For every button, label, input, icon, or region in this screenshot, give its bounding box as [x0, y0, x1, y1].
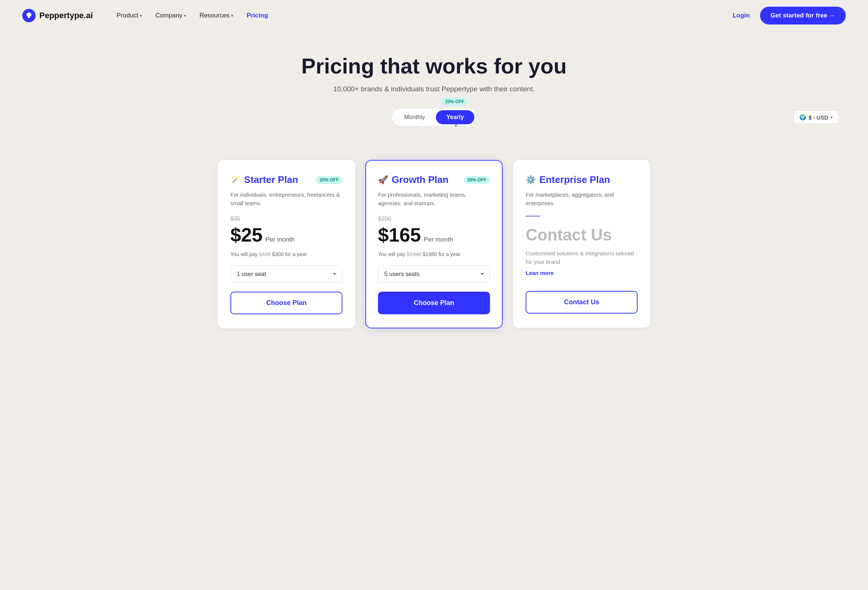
starter-description: For individuals, entrepreneurs, freelanc… — [230, 191, 342, 207]
get-started-button[interactable]: Get started for free → — [760, 7, 846, 25]
starter-original-price: $35 — [230, 216, 342, 222]
growth-original-price: $200 — [378, 216, 490, 222]
currency-label: $ - USD — [809, 114, 828, 121]
growth-choose-button[interactable]: Choose Plan — [378, 292, 490, 314]
hero-subtitle: 10,000+ brands & individuals trust Peppe… — [7, 85, 861, 93]
brand-logo[interactable]: Peppertype.ai — [22, 9, 93, 22]
growth-badge: 20% OFF — [464, 176, 490, 184]
starter-choose-button[interactable]: Choose Plan — [230, 292, 342, 314]
starter-icon: 🪄 — [230, 175, 241, 185]
card-header: 🚀 Growth Plan 20% OFF — [378, 174, 490, 186]
enterprise-plan-title: Enterprise Plan — [539, 174, 610, 186]
growth-plan-card: 🚀 Growth Plan 20% OFF For professionals,… — [365, 160, 503, 328]
enterprise-contact-button[interactable]: Contact Us — [526, 291, 638, 313]
growth-seat-selector[interactable]: 5 users seats 10 users seats 20 users se… — [378, 265, 490, 283]
starter-plan-title: Starter Plan — [244, 174, 298, 186]
starter-price: $25 — [230, 224, 263, 246]
card-title-wrap: 🪄 Starter Plan — [230, 174, 298, 186]
globe-icon: 🌍 — [799, 114, 806, 121]
growth-price: $165 — [378, 224, 421, 246]
nav-links: Product ▾ Company ▾ Resources ▾ Pricing — [111, 9, 728, 22]
logo-icon — [22, 9, 35, 22]
starter-yearly-note: You will pay $420 $300 for a year — [230, 251, 342, 257]
starter-per: Per month — [266, 236, 295, 243]
nav-resources[interactable]: Resources ▾ — [194, 9, 239, 22]
growth-icon: 🚀 — [378, 175, 388, 185]
nav-pricing[interactable]: Pricing — [242, 9, 273, 22]
card-header: ⚙️ Enterprise Plan — [526, 174, 638, 186]
monthly-toggle[interactable]: Monthly — [394, 110, 435, 124]
currency-selector[interactable]: 🌍 $ - USD ▾ — [794, 111, 838, 124]
enterprise-divider — [526, 216, 540, 217]
starter-seat-selector[interactable]: 1 user seat 2 user seats 3 user seats 5 … — [230, 265, 342, 283]
nav-company[interactable]: Company ▾ — [150, 9, 191, 22]
chevron-down-icon: ▾ — [831, 115, 833, 120]
enterprise-plan-card: ⚙️ Enterprise Plan For marketplaces, agg… — [513, 160, 650, 328]
growth-price-main: $165 Per month — [378, 224, 490, 246]
discount-badge: 20% OFF — [441, 98, 468, 106]
pricing-cards: 🪄 Starter Plan 20% OFF For individuals, … — [0, 160, 868, 350]
billing-toggle: Monthly Yearly — [391, 108, 476, 127]
growth-yearly-discounted: $1980 — [422, 251, 437, 257]
nav-product[interactable]: Product ▾ — [111, 9, 147, 22]
growth-description: For professionals, marketing teams, agen… — [378, 191, 490, 207]
hero-section: Pricing that works for you 10,000+ brand… — [0, 31, 868, 160]
billing-toggle-section: 20% OFF Monthly Yearly ↙ 🌍 $ - USD ▾ — [7, 108, 861, 127]
starter-badge: 20% OFF — [316, 176, 342, 184]
card-header: 🪄 Starter Plan 20% OFF — [230, 174, 342, 186]
nav-right: Login Get started for free → — [728, 7, 846, 25]
page-title: Pricing that works for you — [7, 53, 861, 78]
starter-yearly-original: $420 — [259, 251, 270, 257]
growth-yearly-original: $2388 — [407, 251, 421, 257]
enterprise-icon: ⚙️ — [526, 175, 536, 185]
enterprise-description: For marketplaces, aggregators, and enter… — [526, 191, 638, 207]
login-button[interactable]: Login — [728, 9, 754, 22]
lean-more-link[interactable]: Lean more — [526, 270, 554, 276]
growth-yearly-note: You will pay $2388 $1980 for a year — [378, 251, 490, 257]
chevron-down-icon: ▾ — [184, 13, 186, 18]
starter-plan-card: 🪄 Starter Plan 20% OFF For individuals, … — [218, 160, 355, 328]
brand-name: Peppertype.ai — [39, 11, 93, 21]
chevron-down-icon: ▾ — [140, 13, 142, 18]
enterprise-custom-desc: Customised solutions & integrations tail… — [526, 249, 638, 266]
starter-yearly-discounted: $300 — [272, 251, 283, 257]
starter-price-main: $25 Per month — [230, 224, 342, 246]
growth-per: Per month — [424, 236, 453, 243]
card-title-wrap: ⚙️ Enterprise Plan — [526, 174, 610, 186]
enterprise-contact-label: Contact Us — [526, 226, 638, 244]
chevron-down-icon: ▾ — [231, 13, 233, 18]
growth-plan-title: Growth Plan — [392, 174, 449, 186]
card-title-wrap: 🚀 Growth Plan — [378, 174, 449, 186]
navbar: Peppertype.ai Product ▾ Company ▾ Resour… — [0, 0, 868, 31]
